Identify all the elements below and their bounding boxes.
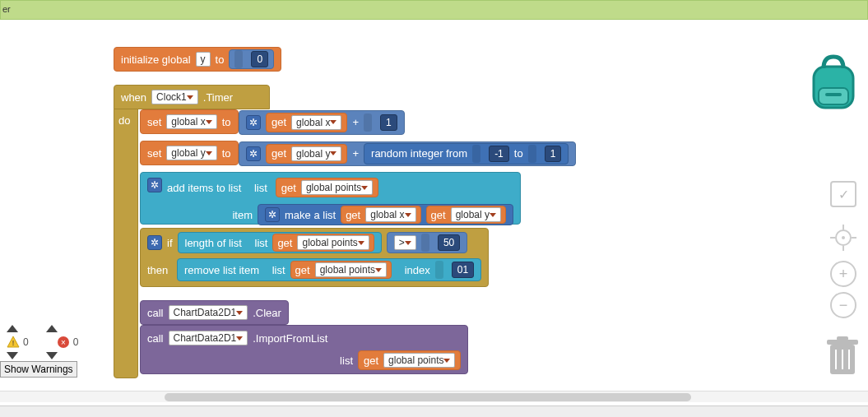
gear-icon[interactable] [147, 178, 162, 192]
triangle-up-icon[interactable] [46, 325, 58, 332]
variable-dropdown[interactable]: global x [166, 114, 216, 129]
zoom-out-icon[interactable]: − [830, 292, 856, 318]
triangle-down-icon[interactable] [7, 352, 18, 359]
random-integer-block[interactable]: random integer from -1 to 1 [364, 143, 569, 164]
svg-point-4 [842, 236, 845, 239]
length-of-list-block[interactable]: length of list list get global points [178, 232, 382, 253]
variable-dropdown[interactable]: global y [166, 146, 216, 160]
label: call [147, 332, 164, 345]
blocks-workspace[interactable]: initialize global y to 0 when Clock1 .Ti… [0, 21, 868, 403]
plug-icon [472, 145, 480, 163]
label: set [147, 147, 161, 160]
label: random integer from [371, 147, 467, 160]
label: get [281, 182, 296, 194]
math-add-block[interactable]: get global y + random integer from -1 to… [239, 141, 576, 166]
call-method-block[interactable]: call ChartData2D1 .Clear [140, 300, 289, 325]
get-variable-block[interactable]: get global y [426, 206, 506, 224]
backpack-icon[interactable] [807, 53, 860, 113]
label: .Timer [203, 91, 233, 104]
get-variable-block[interactable]: get global points [358, 350, 461, 370]
component-dropdown[interactable]: Clock1 [151, 90, 198, 104]
remove-list-item-block[interactable]: remove list item list get global points … [177, 258, 481, 281]
compare-block[interactable]: > 50 [387, 232, 467, 253]
do-label: do [118, 114, 130, 127]
number-value[interactable]: 01 [452, 262, 474, 278]
zoom-in-icon[interactable]: + [830, 261, 856, 287]
scrollbar-thumb[interactable] [165, 393, 691, 401]
variable-dropdown[interactable]: global points [297, 235, 369, 250]
operator-dropdown[interactable]: > [394, 235, 416, 250]
gear-icon[interactable] [265, 207, 280, 222]
label: remove list item [184, 264, 259, 276]
gear-icon[interactable] [147, 235, 162, 250]
label: to [222, 116, 231, 128]
plug-icon [364, 114, 372, 132]
get-variable-block[interactable]: get global points [276, 178, 378, 197]
label: length of list [185, 237, 242, 249]
block-initialize-global[interactable]: initialize global y to 0 [114, 47, 281, 72]
label: list [254, 182, 267, 194]
right-controls [807, 53, 860, 113]
number-value[interactable]: 0 [251, 51, 268, 67]
set-variable-block[interactable]: set global y to [140, 141, 239, 165]
triangle-down-icon[interactable] [46, 352, 58, 359]
call-method-block[interactable]: call ChartData2D1 .ImportFromList list g… [140, 325, 468, 374]
gear-icon[interactable] [246, 146, 261, 161]
component-dropdown[interactable]: ChartData2D1 [169, 305, 248, 320]
number-value[interactable]: 1 [380, 114, 397, 131]
warnings-panel: ! 0 × 0 Show Warnings [0, 323, 85, 378]
component-dropdown[interactable]: ChartData2D1 [169, 331, 248, 345]
operator-label: + [352, 116, 359, 128]
variable-dropdown[interactable]: global x [291, 115, 341, 130]
variable-dropdown[interactable]: global points [383, 353, 455, 368]
checklist-icon[interactable]: ✓ [830, 181, 856, 207]
get-variable-block[interactable]: get global points [272, 234, 374, 252]
error-icon: × [57, 336, 70, 349]
label: get [272, 116, 286, 128]
trash-icon[interactable] [825, 336, 860, 376]
gear-icon[interactable] [246, 115, 261, 130]
variable-name-field[interactable]: y [196, 52, 211, 67]
chevron-down-icon [361, 186, 368, 190]
triangle-up-icon[interactable] [7, 325, 18, 332]
label: list [272, 264, 285, 276]
error-count: 0 [73, 336, 79, 348]
add-items-to-list-block[interactable]: add items to list list get global points… [140, 172, 521, 225]
number-block[interactable]: 0 [229, 49, 274, 69]
variable-dropdown[interactable]: global x [365, 207, 415, 222]
horizontal-scrollbar[interactable] [0, 391, 868, 402]
make-a-list-block[interactable]: make a list get global x get global y [258, 204, 513, 225]
label: get [295, 264, 310, 276]
label: then [147, 264, 172, 276]
number-value[interactable]: 50 [438, 234, 460, 251]
label: set [147, 116, 161, 128]
plug-icon [234, 50, 243, 68]
number-value[interactable]: -1 [489, 146, 509, 162]
chevron-down-icon [330, 120, 337, 124]
event-block-header[interactable]: when Clock1 .Timer [114, 85, 270, 109]
label: to [216, 53, 225, 66]
number-value[interactable]: 1 [545, 146, 562, 162]
get-variable-block[interactable]: get global x [341, 206, 420, 224]
chevron-down-icon [187, 95, 193, 100]
chevron-down-icon [490, 213, 496, 217]
show-warnings-button[interactable]: Show Warnings [0, 361, 77, 378]
get-variable-block[interactable]: get global x [266, 113, 347, 132]
bottom-bar [0, 405, 868, 417]
variable-dropdown[interactable]: global y [451, 207, 501, 222]
target-icon[interactable] [830, 225, 856, 251]
plug-icon [421, 234, 429, 252]
label: item [167, 209, 253, 221]
chevron-down-icon [206, 120, 212, 124]
variable-dropdown[interactable]: global points [315, 262, 387, 277]
get-variable-block[interactable]: get global y [266, 144, 347, 164]
set-variable-block[interactable]: set global x to [140, 109, 239, 134]
variable-dropdown[interactable]: global y [291, 146, 341, 161]
operator-label: + [352, 147, 359, 160]
if-block[interactable]: if length of list list get global points… [140, 228, 489, 287]
get-variable-block[interactable]: get global points [290, 261, 392, 279]
variable-dropdown[interactable]: global points [301, 180, 373, 195]
label: get [272, 147, 286, 160]
math-add-block[interactable]: get global x + 1 [239, 110, 405, 135]
svg-text:×: × [61, 338, 66, 347]
